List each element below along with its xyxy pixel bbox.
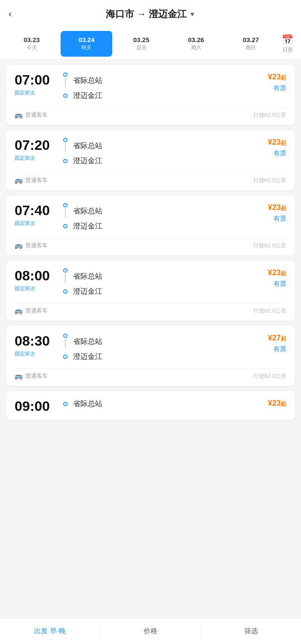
price-suffix-2: 起	[281, 205, 286, 211]
station-line-0	[65, 78, 66, 87]
date-tab-0327[interactable]: 03.27 周日	[225, 31, 276, 57]
from-row-2: 省际总站	[62, 203, 102, 219]
station-line-1	[65, 143, 66, 152]
route-title: 海口市 → 澄迈金江	[106, 8, 187, 21]
to-row-2: 澄迈金江	[62, 221, 102, 231]
bottom-filter-button[interactable]: 筛选	[201, 619, 301, 644]
from-row-1: 省际总站	[62, 138, 102, 153]
fixed-badge-3: 固定班次	[15, 285, 35, 292]
bottom-depart-button[interactable]: 出发 早-晚	[0, 619, 100, 644]
from-dot-0	[63, 73, 68, 77]
bus-type-label-1: 普通客车	[25, 176, 48, 184]
date-tab-0325[interactable]: 03.25 后天	[116, 31, 167, 57]
partial-price-value: ¥23	[268, 399, 281, 407]
from-station-3: 省际总站	[73, 271, 102, 281]
to-dot-4	[63, 355, 68, 359]
from-station-2: 省际总站	[73, 206, 102, 216]
partial-card-top: 09:00 省际总站 ¥23起	[15, 399, 286, 414]
bus-type-1: 🚌 普通客车	[15, 176, 48, 184]
bus-card-3[interactable]: 08:00 固定班次 省际总站 澄迈金江	[6, 261, 295, 321]
bus-card-2[interactable]: 07:40 固定班次 省际总站 澄迈金江	[6, 195, 295, 255]
distance-2: 行驶62.0公里	[253, 242, 286, 249]
date-tab-0326[interactable]: 03.26 周六	[170, 31, 221, 57]
from-dot-3	[63, 268, 68, 273]
price-suffix-1: 起	[281, 140, 286, 146]
distance-3: 行驶62.0公里	[253, 307, 286, 315]
card-top-1: 07:20 固定班次 省际总站 澄迈金江	[15, 138, 286, 168]
station-line-3	[65, 273, 66, 283]
bottom-depart-label: 出发 早-晚	[34, 627, 66, 636]
fixed-badge-0: 固定班次	[15, 89, 35, 97]
date-tab-0323-label: 今天	[27, 44, 37, 52]
from-station-1: 省际总站	[73, 141, 102, 151]
partial-from-row: 省际总站	[62, 399, 102, 409]
to-station-3: 澄迈金江	[73, 286, 102, 296]
price-2: ¥23起	[268, 203, 286, 212]
date-tab-0323[interactable]: 03.23 今天	[6, 31, 57, 57]
price-4: ¥27起	[268, 334, 286, 343]
back-button[interactable]: ‹	[9, 9, 12, 20]
date-tab-0325-date: 03.25	[133, 36, 150, 43]
price-col-4: ¥27起 有票	[268, 334, 286, 353]
bottom-price-button[interactable]: 价格	[101, 619, 201, 644]
bus-type-label-4: 普通客车	[25, 372, 48, 380]
to-row-3: 澄迈金江	[62, 286, 102, 296]
card-bottom-1: 🚌 普通客车 行驶62.0公里	[15, 173, 286, 184]
date-tab-0324-label: 明天	[81, 44, 92, 52]
header: ‹ 海口市 → 澄迈金江 ▼	[0, 0, 301, 28]
bus-icon-3: 🚌	[15, 307, 23, 315]
bus-list: 07:00 固定班次 省际总站 澄迈金江	[0, 60, 301, 391]
date-tabs-bar: 03.23 今天 03.24 明天 03.25 后天 03.26 周六 03.2…	[0, 28, 301, 60]
from-dot-1	[63, 138, 68, 142]
date-tab-0324[interactable]: 03.24 明天	[61, 31, 112, 57]
from-dot-container-0	[62, 73, 69, 88]
from-dot-container-1	[62, 138, 69, 153]
calendar-label: 日历	[283, 46, 293, 54]
card-left-3: 08:00 固定班次	[15, 268, 50, 292]
bottom-price-label: 价格	[144, 627, 157, 636]
calendar-button[interactable]: 📅 日历	[278, 30, 297, 58]
card-bottom-0: 🚌 普通客车 行驶62.0公里	[15, 107, 286, 119]
to-station-0: 澄迈金江	[73, 91, 102, 100]
to-dot-1	[63, 159, 68, 163]
bus-icon-2: 🚌	[15, 242, 23, 249]
from-dot-2	[63, 203, 68, 207]
distance-4: 行驶62.0公里	[253, 372, 286, 380]
price-col-2: ¥23起 有票	[268, 203, 286, 223]
price-col-1: ¥23起 有票	[268, 138, 286, 158]
price-suffix-4: 起	[281, 335, 286, 342]
partial-from-station: 省际总站	[73, 399, 102, 409]
bus-type-3: 🚌 普通客车	[15, 307, 48, 315]
from-dot-container-3	[62, 268, 69, 284]
ticket-status-0: 有票	[273, 84, 286, 92]
bus-card-4[interactable]: 08:30 固定班次 省际总站 澄迈金江	[6, 326, 295, 386]
from-row-0: 省际总站	[62, 73, 102, 88]
ticket-status-4: 有票	[273, 345, 286, 353]
to-dot-container-2	[62, 224, 69, 228]
bottom-bar: 出发 早-晚 价格 筛选	[0, 618, 301, 644]
to-dot-container-4	[62, 355, 69, 359]
departure-time-2: 07:40	[15, 203, 50, 218]
bus-type-label-3: 普通客车	[25, 307, 48, 315]
card-middle-4: 省际总站 澄迈金江	[62, 334, 268, 364]
bus-type-label-0: 普通客车	[25, 111, 48, 119]
date-tab-0326-label: 周六	[191, 44, 201, 52]
partial-price-col: ¥23起	[268, 399, 286, 408]
distance-1: 行驶62.0公里	[253, 176, 286, 184]
date-tab-0324-date: 03.24	[78, 36, 95, 43]
bus-card-partial[interactable]: 09:00 省际总站 ¥23起	[6, 391, 295, 420]
fixed-badge-1: 固定班次	[15, 155, 35, 162]
bus-card-0[interactable]: 07:00 固定班次 省际总站 澄迈金江	[6, 65, 295, 125]
partial-card-left: 09:00	[15, 399, 50, 414]
departure-time-1: 07:20	[15, 138, 50, 153]
card-middle-2: 省际总站 澄迈金江	[62, 203, 268, 234]
ticket-status-3: 有票	[273, 280, 286, 288]
card-top-0: 07:00 固定班次 省际总站 澄迈金江	[15, 73, 286, 103]
bus-card-1[interactable]: 07:20 固定班次 省际总站 澄迈金江	[6, 130, 295, 190]
fixed-badge-4: 固定班次	[15, 350, 35, 358]
to-station-1: 澄迈金江	[73, 156, 102, 166]
station-line-2	[65, 208, 66, 218]
from-dot-container-2	[62, 203, 69, 219]
card-bottom-3: 🚌 普通客车 行驶62.0公里	[15, 303, 286, 315]
dropdown-arrow-icon[interactable]: ▼	[189, 11, 195, 18]
